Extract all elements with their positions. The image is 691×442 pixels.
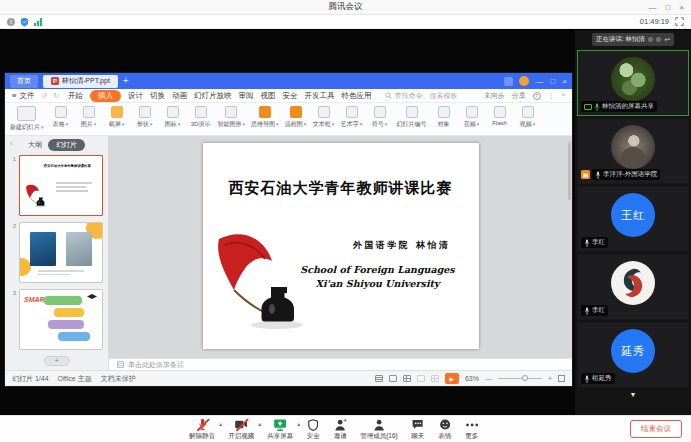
ribbon-button[interactable]: 思维导图 — [251, 106, 279, 129]
menu-tab-security[interactable]: 安全 — [283, 91, 298, 101]
slide-thumbnail-3[interactable]: SMART — [19, 289, 103, 350]
wps-title-bar: 首页 P 林怡清-PPT.ppt + — □ × — [5, 73, 572, 89]
zoom-level[interactable]: 63% — [465, 375, 479, 382]
reading-view-icon[interactable] — [417, 375, 425, 382]
scroll-participants-icon[interactable]: ▼ — [576, 391, 690, 398]
meeting-info-icon[interactable]: ! — [7, 18, 15, 26]
ribbon-button[interactable]: 表格 — [50, 106, 72, 129]
banner-icon[interactable] — [656, 37, 661, 42]
end-meeting-button[interactable]: 结束会议 — [630, 420, 682, 438]
ribbon-button[interactable]: 幻灯片编号 — [397, 106, 427, 129]
tab-outline[interactable]: 大纲 — [28, 140, 42, 150]
sync-status[interactable]: 未同步 — [484, 91, 505, 101]
slideshow-play-button[interactable]: ▶ — [445, 373, 459, 384]
collapse-ribbon-icon[interactable]: ^ — [562, 92, 565, 99]
ribbon-button[interactable]: 截屏 — [106, 106, 128, 129]
return-arrow-icon[interactable]: ↩ — [664, 36, 670, 44]
file-menu[interactable]: ≡ 文件 — [12, 91, 34, 101]
menu-tab-insert[interactable]: 插入 — [90, 90, 121, 102]
start-video-button[interactable]: 开启视频 ▲ — [228, 418, 254, 441]
menu-tab-view[interactable]: 视图 — [261, 91, 276, 101]
zoom-in-icon[interactable]: + — [548, 375, 552, 382]
ribbon-button[interactable]: 智能图形 — [218, 106, 246, 129]
minimize-icon[interactable]: — — [648, 3, 656, 12]
theme-name[interactable]: Office 主题 — [58, 374, 92, 384]
undo-redo-icons[interactable]: ↺ ↻ — [41, 92, 61, 100]
ribbon-item-icon — [111, 106, 123, 118]
mic-options-caret[interactable]: ▲ — [218, 421, 223, 427]
unmute-button[interactable]: 解除静音 ▲ — [189, 418, 215, 441]
menu-tab-start[interactable]: 开始 — [68, 91, 83, 101]
camera-options-caret[interactable]: ▲ — [257, 421, 262, 427]
wps-restore-icon[interactable]: □ — [550, 77, 555, 86]
ribbon-button[interactable]: 形状 — [134, 106, 156, 129]
participant-tile[interactable]: ▣ 李洋洋-外国语学院 — [577, 118, 689, 184]
new-tab-button[interactable]: + — [123, 76, 129, 86]
share-screen-button[interactable]: 共享屏幕 ▲ — [267, 418, 293, 441]
normal-view-icon[interactable] — [375, 375, 383, 382]
share-button[interactable]: 分享 — [512, 91, 526, 101]
ribbon-button[interactable]: 视频 — [517, 106, 539, 129]
wps-close-icon[interactable]: × — [562, 77, 567, 86]
share-options-caret[interactable]: ▲ — [296, 421, 301, 427]
restore-icon[interactable]: □ — [665, 3, 670, 12]
menu-tab-transition[interactable]: 切换 — [150, 91, 165, 101]
menu-tab-special[interactable]: 特色应用 — [342, 91, 372, 101]
ribbon-button[interactable]: 符号 — [369, 106, 391, 129]
participant-tile-sharing[interactable]: 林怡清的屏幕共享 — [577, 50, 689, 116]
editor-scrollbar[interactable] — [568, 142, 571, 200]
menu-tab-design[interactable]: 设计 — [128, 91, 143, 101]
menu-tab-slideshow[interactable]: 幻灯片放映 — [194, 91, 232, 101]
ribbon-button[interactable]: 3D演示 — [190, 106, 212, 129]
protection-status[interactable]: 文档未保护 — [101, 374, 136, 384]
notes-view-icon[interactable] — [431, 375, 439, 382]
menu-tab-review[interactable]: 审阅 — [239, 91, 254, 101]
slide-thumbnail-2[interactable] — [19, 222, 103, 283]
command-search[interactable]: 查找命令、搜索模板 — [385, 91, 458, 101]
wps-document-tab[interactable]: P 林怡清-PPT.ppt — [43, 75, 118, 88]
add-slide-button[interactable]: + — [44, 356, 70, 366]
ribbon-button[interactable]: 图片 — [78, 106, 100, 129]
fullscreen-icon[interactable] — [675, 17, 684, 26]
participant-tile[interactable]: 李红 — [577, 254, 689, 320]
participant-tile[interactable]: 王红 李红 王红 — [577, 186, 689, 252]
invite-button[interactable]: + 邀请 — [333, 418, 347, 441]
zoom-slider[interactable] — [498, 378, 542, 379]
menu-tab-animation[interactable]: 动画 — [172, 91, 187, 101]
grid-view-icon[interactable] — [403, 375, 411, 382]
ribbon-button[interactable]: 新建幻灯片 — [10, 106, 44, 132]
close-icon[interactable]: × — [679, 3, 684, 12]
zoom-out-icon[interactable]: — — [485, 375, 492, 382]
chat-button[interactable]: 聊天 — [411, 418, 425, 441]
fit-slide-icon[interactable] — [558, 375, 565, 382]
manage-members-button[interactable]: 管理成员(16) — [360, 418, 398, 441]
notes-bar[interactable]: 单击此处添加备注 — [109, 358, 572, 370]
current-slide[interactable]: 西安石油大学青年教师讲课比赛 外国语学院 林怡清 School of Forei… — [203, 143, 479, 349]
slide-sorter-icon[interactable] — [389, 375, 397, 382]
ribbon-button[interactable]: 对象 — [433, 106, 455, 129]
security-shield-icon[interactable] — [20, 17, 29, 27]
ribbon-button[interactable]: Flash — [489, 106, 511, 126]
banner-icon[interactable] — [648, 37, 653, 42]
wps-status-bar: 幻灯片 1/44 Office 主题 文档未保护 ▶ 63% — + — [5, 370, 572, 386]
emoji-button[interactable]: 表情 — [438, 418, 452, 441]
ribbon-button[interactable]: 图标 — [162, 106, 184, 129]
wps-user-avatar[interactable] — [519, 76, 529, 86]
ribbon-button[interactable]: 艺术字 — [341, 106, 363, 129]
ribbon-button[interactable]: 音频 — [461, 106, 483, 129]
more-menu-icon[interactable]: ⋮ — [548, 92, 555, 100]
ribbon-button[interactable]: 文本框 — [313, 106, 335, 129]
menu-tab-devtools[interactable]: 开发工具 — [305, 91, 335, 101]
wps-menu-bar: ≡ 文件 ↺ ↻ 开始 插入 设计 切换 动画 幻灯片放映 审阅 视图 安全 开… — [5, 89, 572, 103]
ribbon-button[interactable]: 流程图 — [285, 106, 307, 129]
participant-tile[interactable]: 延秀 祖延秀 — [577, 322, 689, 388]
help-icon[interactable]: ? — [533, 92, 541, 100]
wps-home-tab[interactable]: 首页 — [10, 75, 38, 88]
wps-minimize-icon[interactable]: — — [535, 77, 543, 86]
tab-slides[interactable]: 幻灯片 — [48, 139, 85, 151]
zoom-slider-knob[interactable] — [522, 375, 528, 381]
slide-thumbnail-1[interactable]: 西安石油大学青年教师讲课比赛 — [19, 155, 103, 216]
more-button[interactable]: 更多 — [465, 418, 479, 441]
panel-collapse-icon[interactable]: ‹ — [10, 139, 13, 148]
security-button[interactable]: 安全 — [306, 418, 320, 441]
